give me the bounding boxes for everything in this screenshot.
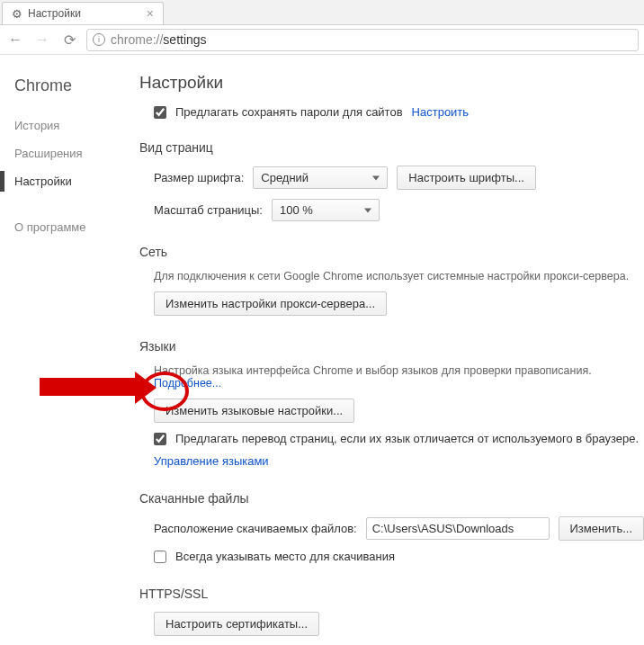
sidebar-item-extension[interactable]: Расширения [14,139,139,167]
browser-tab[interactable]: ⚙ Настройки × [2,2,164,24]
languages-help: Настройка языка интерфейса Chrome и выбо… [154,364,644,390]
reload-button[interactable]: ⟳ [59,30,79,49]
close-icon[interactable]: × [147,6,154,21]
network-help: Для подключения к сети Google Chrome исп… [154,270,644,282]
proxy-settings-button[interactable]: Изменить настройки прокси-сервера... [154,291,387,316]
tab-title: Настройки [28,7,81,20]
section-languages: Языки [139,339,644,354]
font-size-select[interactable]: Средний [253,166,388,189]
sidebar-title: Chrome [14,76,139,95]
page-title: Настройки [139,73,644,93]
download-path-input[interactable] [366,517,550,540]
sidebar-item-history[interactable]: История [14,112,139,139]
section-network: Сеть [139,245,644,259]
ask-download-location-label: Всегда указывать место для скачивания [175,550,395,563]
offer-translate-checkbox[interactable] [154,433,166,445]
section-https: HTTPS/SSL [139,587,644,601]
ask-download-location-checkbox[interactable] [154,551,166,563]
manage-languages-link[interactable]: Управление языками [154,454,269,468]
save-passwords-label: Предлагать сохранять пароли для сайтов [175,105,403,119]
sidebar: Chrome История Расширения Настройки О пр… [0,55,139,645]
address-bar[interactable]: i chrome://settings [86,29,639,51]
url-path: settings [163,32,206,47]
section-downloads: Скачанные файлы [139,491,644,506]
font-size-label: Размер шрифта: [154,171,244,184]
back-button[interactable]: ← [5,30,25,49]
section-appearance: Вид страниц [139,140,644,155]
manage-certificates-button[interactable]: Настроить сертификаты... [154,612,319,636]
offer-translate-label: Предлагать перевод страниц, если их язык… [175,432,639,445]
sidebar-item-settings[interactable]: Настройки [14,167,139,195]
info-icon[interactable]: i [93,33,105,46]
languages-more-link[interactable]: Подробнее... [154,377,221,390]
page-zoom-select[interactable]: 100 % [272,199,380,221]
save-passwords-checkbox[interactable] [154,106,166,119]
gear-icon: ⚙ [12,7,22,21]
language-settings-button[interactable]: Изменить языковые настройки... [154,399,354,423]
change-download-path-button[interactable]: Изменить... [559,516,644,541]
sidebar-item-about[interactable]: О программе [14,213,139,241]
forward-button[interactable]: → [32,30,52,49]
customize-fonts-button[interactable]: Настроить шрифты... [397,166,536,190]
download-path-label: Расположение скачиваемых файлов: [154,522,357,535]
url-scheme: chrome:// [111,32,163,47]
configure-passwords-link[interactable]: Настроить [412,105,470,119]
main-content: Настройки Предлагать сохранять пароли дл… [139,55,644,645]
toolbar: ← → ⟳ i chrome://settings [0,25,644,55]
page-zoom-label: Масштаб страницы: [154,203,263,217]
tab-strip: ⚙ Настройки × [0,0,644,25]
